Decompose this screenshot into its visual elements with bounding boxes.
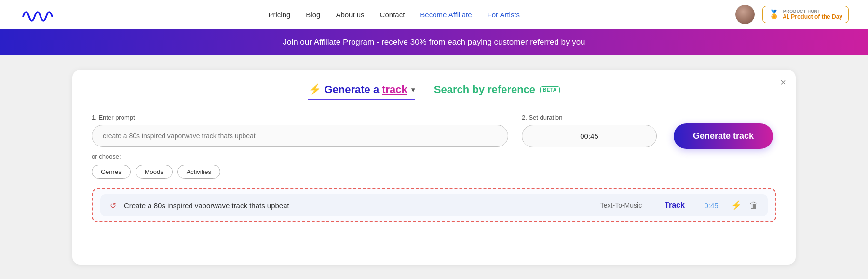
generate-track-button[interactable]: Generate track [674, 123, 773, 149]
tab-generate-text: Generate a [324, 83, 379, 96]
prompt-label: 1. Enter prompt [92, 114, 508, 121]
medal-icon: 🏅 [769, 9, 779, 20]
nav-about[interactable]: About us [336, 11, 364, 19]
track-prompt-text: Create a 80s inspired vaporwave track th… [124, 201, 584, 210]
track-type-label: Text-To-Music [592, 201, 650, 209]
avatar-image [735, 5, 755, 24]
form-duration-section: 2. Set duration [522, 114, 657, 147]
track-row: ↺ Create a 80s inspired vaporwave track … [100, 194, 768, 216]
form-generate-section: Generate track [670, 114, 776, 149]
main-card: × ⚡ Generate a track ▾ Search by referen… [72, 70, 796, 265]
bolt-icon: ⚡ [308, 83, 321, 96]
track-label: Track [658, 201, 692, 210]
nav-links: Pricing Blog About us Contact Become Aff… [269, 11, 520, 19]
tab-generate[interactable]: ⚡ Generate a track ▾ [308, 83, 414, 100]
moods-button[interactable]: Moods [136, 165, 173, 179]
nav-right: 🏅 PRODUCT HUNT #1 Product of the Day [735, 5, 849, 24]
form-area: 1. Enter prompt or choose: Genres Moods … [92, 114, 776, 179]
navbar: Pricing Blog About us Contact Become Aff… [0, 0, 868, 29]
product-hunt-badge[interactable]: 🏅 PRODUCT HUNT #1 Product of the Day [762, 6, 849, 23]
tab-search[interactable]: Search by reference BETA [434, 83, 560, 100]
ph-label: PRODUCT HUNT [783, 9, 842, 13]
ph-rank: #1 Product of the Day [783, 13, 842, 20]
prompt-input[interactable] [92, 125, 508, 147]
logo[interactable] [19, 6, 53, 23]
loading-spinner-icon: ↺ [110, 201, 116, 210]
dropdown-icon[interactable]: ▾ [411, 86, 415, 93]
beta-badge: BETA [540, 86, 559, 93]
or-choose-label: or choose: [92, 153, 508, 160]
logo-icon [19, 6, 53, 23]
tab-search-text: Search by reference [434, 83, 535, 96]
main-content: × ⚡ Generate a track ▾ Search by referen… [0, 55, 868, 279]
genres-button[interactable]: Genres [92, 165, 131, 179]
avatar[interactable] [735, 5, 755, 24]
affiliate-banner[interactable]: Join our Affiliate Program - receive 30%… [0, 29, 868, 55]
tag-buttons: Genres Moods Activities [92, 165, 508, 179]
nav-affiliate[interactable]: Become Affiliate [420, 11, 472, 19]
close-button[interactable]: × [780, 78, 786, 87]
activities-button[interactable]: Activities [177, 165, 220, 179]
duration-input[interactable] [522, 125, 657, 147]
product-hunt-text: PRODUCT HUNT #1 Product of the Day [783, 9, 842, 20]
tabs: ⚡ Generate a track ▾ Search by reference… [92, 83, 776, 100]
track-duration: 0:45 [699, 201, 723, 210]
form-prompt-section: 1. Enter prompt or choose: Genres Moods … [92, 114, 508, 179]
nav-contact[interactable]: Contact [380, 11, 405, 19]
banner-text: Join our Affiliate Program - receive 30%… [283, 38, 585, 47]
track-bolt-icon[interactable]: ⚡ [731, 200, 742, 211]
track-delete-icon[interactable]: 🗑 [749, 200, 758, 211]
nav-artists[interactable]: For Artists [488, 11, 520, 19]
nav-pricing[interactable]: Pricing [269, 11, 291, 19]
track-row-container: ↺ Create a 80s inspired vaporwave track … [92, 188, 776, 222]
tab-track-word: track [382, 83, 407, 96]
nav-blog[interactable]: Blog [306, 11, 320, 19]
duration-label: 2. Set duration [522, 114, 657, 121]
